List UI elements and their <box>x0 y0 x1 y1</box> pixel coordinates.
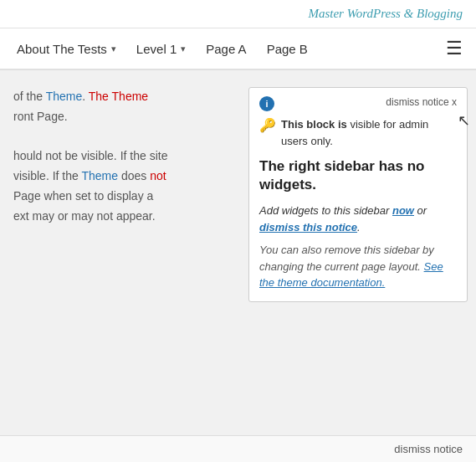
bottom-bar: dismiss notice <box>0 435 476 462</box>
this-block-bold: This block <box>281 118 335 131</box>
text-theme-blue: Theme <box>46 90 83 103</box>
nav-item-page-a[interactable]: Page A <box>196 28 256 69</box>
sidebar-panel: i dismiss notice x ↖ 🔑 This block is vis… <box>248 79 468 388</box>
info-icon: i <box>259 96 274 111</box>
notice-header: i dismiss notice x ↖ <box>259 96 457 111</box>
text-not-red: not <box>150 169 166 182</box>
chevron-down-icon: ▾ <box>111 44 116 54</box>
is-bold: is <box>338 118 347 131</box>
text-theme-blue2: Theme <box>81 169 118 182</box>
site-header: Master WordPress & Blogging <box>0 0 476 28</box>
text-the-theme-red: The Theme <box>89 90 148 103</box>
notice-body-2: You can also remove this sidebar by chan… <box>259 242 457 291</box>
nav-bar: About The Tests ▾ Level 1 ▾ Page A Page … <box>0 28 476 70</box>
notice-body-1: Add widgets to this sidebar now or dismi… <box>259 203 457 235</box>
nav-item-level1[interactable]: Level 1 ▾ <box>126 28 196 69</box>
dismiss-this-notice-link[interactable]: dismiss this notice <box>259 221 357 234</box>
hamburger-icon[interactable]: ☰ <box>439 38 469 59</box>
chevron-down-icon: ▾ <box>181 44 186 54</box>
nav-item-about[interactable]: About The Tests ▾ <box>7 28 126 69</box>
cursor-indicator: ↖ <box>458 111 470 130</box>
notice-title: The right sidebar has no widgets. <box>259 157 457 194</box>
visible-block: 🔑 This block is visible for admin users … <box>259 116 457 149</box>
dismiss-notice-button[interactable]: dismiss notice x <box>386 96 457 108</box>
left-content: of the Theme. The Theme ront Page. hould… <box>0 70 248 397</box>
text-of-the-theme: of the <box>13 90 46 103</box>
key-icon: 🔑 <box>259 117 276 133</box>
visible-text: This block is visible for admin users on… <box>281 116 457 149</box>
now-link[interactable]: now <box>392 204 414 217</box>
site-title: Master WordPress & Blogging <box>308 7 463 20</box>
admin-notice-box: i dismiss notice x ↖ 🔑 This block is vis… <box>248 87 468 302</box>
nav-item-page-b[interactable]: Page B <box>257 28 318 69</box>
bottom-dismiss-button[interactable]: dismiss notice <box>394 443 463 455</box>
main-content: of the Theme. The Theme ront Page. hould… <box>0 70 476 397</box>
